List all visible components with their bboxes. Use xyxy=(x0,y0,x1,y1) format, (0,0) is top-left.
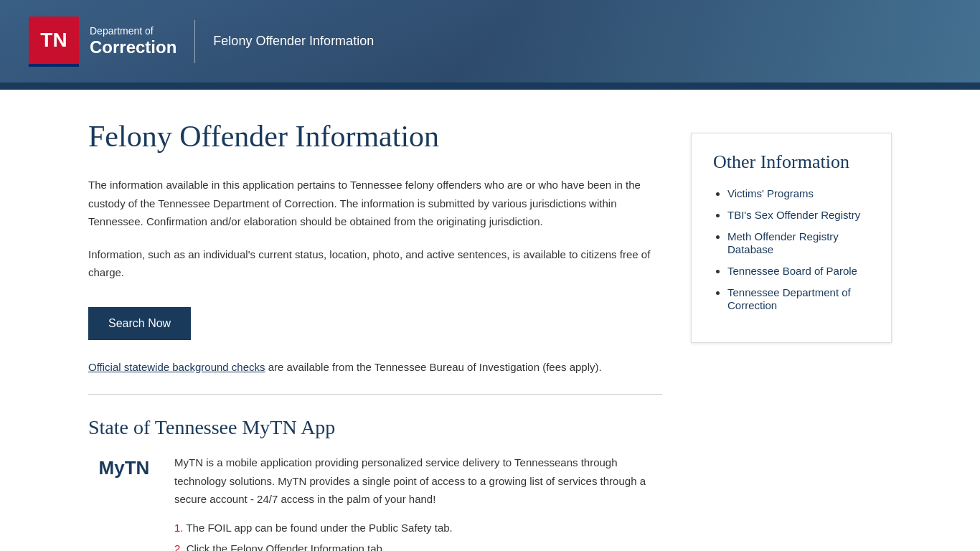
other-info-box: Other Information Victims' ProgramsTBI's… xyxy=(691,133,892,343)
site-header: TN Department of Correction Felony Offen… xyxy=(0,0,980,83)
main-content: Felony Offender Information The informat… xyxy=(88,118,662,551)
nav-bar xyxy=(0,83,980,90)
mytn-steps-list: The FOIL app can be found under the Publ… xyxy=(174,519,662,551)
mytn-description-block: MyTN is a mobile application providing p… xyxy=(174,453,662,551)
header-page-title: Felony Offender Information xyxy=(213,34,374,49)
sidebar: Other Information Victims' ProgramsTBI's… xyxy=(691,133,892,551)
other-info-link[interactable]: TBI's Sex Offender Registry xyxy=(727,209,860,221)
other-info-title: Other Information xyxy=(713,151,870,173)
dept-correction-label: Correction xyxy=(90,37,176,58)
list-item: Meth Offender Registry Database xyxy=(727,230,870,256)
list-item: Tennessee Board of Parole xyxy=(727,265,870,278)
mytn-description-text: MyTN is a mobile application providing p… xyxy=(174,453,662,509)
background-check-text: Official statewide background checks are… xyxy=(88,358,662,377)
background-check-suffix: are available from the Tennessee Bureau … xyxy=(265,361,602,373)
list-item: TBI's Sex Offender Registry xyxy=(727,209,870,222)
other-info-link[interactable]: Tennessee Board of Parole xyxy=(727,265,857,277)
dept-of-label: Department of xyxy=(90,25,176,37)
list-item: Click the Felony Offender Information ta… xyxy=(174,540,662,551)
list-item: Victims' Programs xyxy=(727,187,870,200)
other-info-list: Victims' ProgramsTBI's Sex Offender Regi… xyxy=(713,187,870,312)
main-container: Felony Offender Information The informat… xyxy=(60,90,920,551)
header-divider xyxy=(194,20,195,63)
department-name: Department of Correction xyxy=(90,25,176,58)
section-divider xyxy=(88,394,662,395)
list-item: The FOIL app can be found under the Publ… xyxy=(174,519,662,537)
list-item: Tennessee Department of Correction xyxy=(727,286,870,312)
mytn-logo-text: MyTN xyxy=(88,453,160,479)
other-info-link[interactable]: Victims' Programs xyxy=(727,187,814,199)
description-paragraph-1: The information available in this applic… xyxy=(88,176,662,231)
mytn-app-block: MyTN MyTN is a mobile application provid… xyxy=(88,453,662,551)
mytn-section-title: State of Tennessee MyTN App xyxy=(88,416,662,439)
other-info-link[interactable]: Tennessee Department of Correction xyxy=(727,286,851,311)
background-check-link[interactable]: Official statewide background checks xyxy=(88,361,265,373)
tn-logo: TN xyxy=(29,17,79,67)
description-paragraph-2: Information, such as an individual's cur… xyxy=(88,245,662,282)
other-info-link[interactable]: Meth Offender Registry Database xyxy=(727,230,839,255)
page-heading: Felony Offender Information xyxy=(88,118,662,154)
search-now-button[interactable]: Search Now xyxy=(88,307,191,340)
